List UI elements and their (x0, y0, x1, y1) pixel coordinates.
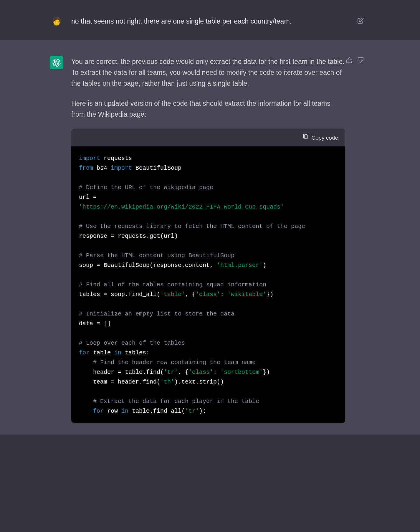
svg-rect-0 (305, 135, 307, 138)
edit-icon[interactable] (357, 17, 364, 24)
user-message-block: 🧑 no that seems not right, there are one… (0, 0, 420, 40)
code-body[interactable]: import requests from bs4 import Beautifu… (71, 146, 345, 423)
assistant-avatar (50, 56, 63, 69)
user-message-text: no that seems not right, there are one s… (71, 15, 345, 28)
assistant-message-actions (346, 57, 364, 64)
thumbs-up-icon[interactable] (346, 57, 353, 64)
user-avatar: 🧑 (50, 15, 63, 28)
assistant-para-1: You are correct, the previous code would… (71, 56, 345, 89)
clipboard-icon (302, 133, 308, 142)
code-block-header: Copy code (71, 129, 345, 146)
assistant-para-2: Here is an updated version of the code t… (71, 98, 345, 120)
assistant-message-content: You are correct, the previous code would… (71, 56, 345, 423)
copy-code-label: Copy code (311, 133, 338, 142)
copy-code-button[interactable]: Copy code (302, 133, 338, 142)
code-block: Copy code import requests from bs4 impor… (71, 129, 345, 423)
user-message-actions (357, 17, 364, 24)
thumbs-down-icon[interactable] (357, 57, 364, 64)
assistant-message-block: You are correct, the previous code would… (0, 40, 420, 435)
